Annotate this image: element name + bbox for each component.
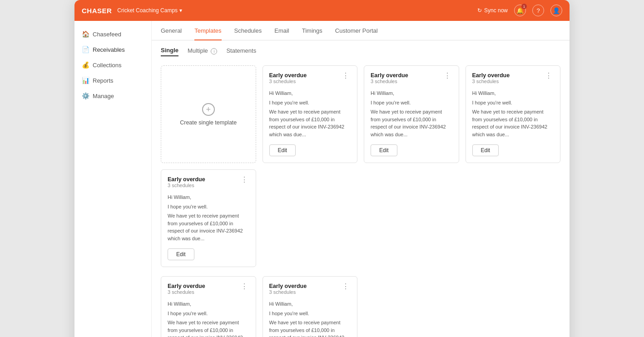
tab-navigation: General Templates Schedules Email Timing… (152, 21, 570, 40)
notifications-button[interactable]: 🔔 1 (514, 5, 526, 16)
card-subtitle-4: 3 schedules (168, 183, 205, 188)
sync-icon: ↻ (477, 7, 482, 14)
help-icon: ? (536, 7, 540, 14)
card-body-2: Hi William, I hope you're well. We have … (371, 89, 452, 140)
template-card-2: Early overdue 3 schedules ⋮ Hi William, … (364, 65, 459, 163)
sidebar-item-reports[interactable]: 📊 Reports (74, 73, 151, 88)
sub-tab-navigation: Single Multiple i Statements (152, 40, 570, 61)
help-button[interactable]: ? (532, 5, 544, 16)
card-line2-4: We have yet to receive payment from your… (168, 212, 249, 242)
sidebar-label-reports: Reports (93, 77, 114, 84)
card-subtitle-5: 3 schedules (168, 289, 205, 295)
sidebar-label-chasefeed: Chasefeed (93, 31, 121, 38)
card-menu-button-5[interactable]: ⋮ (240, 283, 249, 290)
templates-grid-row2: Early overdue 3 schedules ⋮ Hi William, … (152, 276, 570, 337)
card-line2-2: We have yet to receive payment from your… (371, 108, 452, 138)
card-line2-6: We have yet to receive payment from your… (269, 319, 351, 337)
card-subtitle-3: 3 schedules (472, 79, 510, 84)
card-body-1: Hi William, I hope you're well. We have … (269, 89, 351, 140)
card-header-4: Early overdue 3 schedules ⋮ (168, 176, 249, 192)
edit-button-3[interactable]: Edit (472, 144, 499, 156)
template-card-3: Early overdue 3 schedules ⋮ Hi William, … (466, 65, 561, 163)
card-footer-1: Edit (269, 144, 351, 156)
sidebar-label-manage: Manage (93, 93, 114, 99)
tab-general[interactable]: General (161, 21, 182, 40)
card-footer-2: Edit (371, 144, 452, 156)
card-title-6: Early overdue (269, 283, 307, 289)
templates-grid-row1: + Create single template Early overdue 3… (152, 61, 570, 276)
card-header-3: Early overdue 3 schedules ⋮ (472, 72, 554, 88)
card-line2-3: We have yet to receive payment from your… (472, 108, 554, 138)
card-menu-button-4[interactable]: ⋮ (240, 176, 249, 183)
create-template-label: Create single template (180, 119, 237, 126)
main-layout: 🏠 Chasefeed 📄 Receivables 💰 Collections … (74, 21, 570, 337)
card-line1-6: I hope you're well. (269, 310, 351, 317)
sub-tab-multiple[interactable]: Multiple i (188, 47, 217, 56)
card-greeting-1: Hi William, (269, 89, 351, 97)
notification-badge: 1 (521, 4, 527, 9)
edit-button-1[interactable]: Edit (269, 144, 296, 156)
topbar-right: ↻ Sync now 🔔 1 ? 👤 (477, 5, 562, 16)
home-icon: 🏠 (82, 30, 89, 38)
chaser-logo: CHASER (82, 7, 112, 15)
card-body-6: Hi William, I hope you're well. We have … (269, 300, 351, 337)
card-subtitle-6: 3 schedules (269, 289, 307, 295)
card-menu-button-6[interactable]: ⋮ (341, 283, 351, 290)
sidebar-item-chasefeed[interactable]: 🏠 Chasefeed (74, 26, 151, 42)
tab-timings[interactable]: Timings (302, 21, 322, 40)
topbar-left: CHASER Cricket Coaching Camps ▾ (82, 7, 182, 15)
card-body-4: Hi William, I hope you're well. We have … (168, 193, 249, 244)
template-card-1: Early overdue 3 schedules ⋮ Hi William, … (263, 65, 358, 163)
tab-schedules[interactable]: Schedules (234, 21, 262, 40)
card-menu-button-2[interactable]: ⋮ (443, 72, 452, 79)
card-title-2: Early overdue (371, 72, 408, 79)
card-menu-button-1[interactable]: ⋮ (341, 72, 351, 79)
info-icon[interactable]: i (211, 48, 217, 55)
edit-button-4[interactable]: Edit (168, 248, 194, 260)
card-line1-3: I hope you're well. (472, 99, 554, 107)
card-header-2: Early overdue 3 schedules ⋮ (371, 72, 452, 88)
sidebar-label-receivables: Receivables (93, 46, 125, 53)
template-card-6: Early overdue 3 schedules ⋮ Hi William, … (263, 276, 358, 337)
chevron-down-icon: ▾ (179, 7, 182, 14)
sub-tab-statements[interactable]: Statements (226, 47, 256, 56)
card-title-3: Early overdue (472, 72, 510, 79)
card-greeting-5: Hi William, (168, 300, 249, 308)
org-selector[interactable]: Cricket Coaching Camps ▾ (117, 7, 182, 14)
tab-email[interactable]: Email (274, 21, 289, 40)
card-title-1: Early overdue (269, 72, 307, 79)
tab-customer-portal[interactable]: Customer Portal (335, 21, 378, 40)
sidebar-item-manage[interactable]: ⚙️ Manage (74, 88, 151, 104)
tab-templates[interactable]: Templates (194, 21, 221, 40)
create-template-card[interactable]: + Create single template (161, 65, 256, 163)
card-line2-5: We have yet to receive payment from your… (168, 319, 249, 337)
card-header-5: Early overdue 3 schedules ⋮ (168, 283, 249, 298)
user-icon: 👤 (553, 7, 560, 14)
sub-tab-single[interactable]: Single (161, 47, 178, 56)
topbar: CHASER Cricket Coaching Camps ▾ ↻ Sync n… (74, 0, 570, 21)
collections-icon: 💰 (82, 61, 89, 69)
card-body-3: Hi William, I hope you're well. We have … (472, 89, 554, 140)
card-menu-button-3[interactable]: ⋮ (544, 72, 554, 79)
sidebar: 🏠 Chasefeed 📄 Receivables 💰 Collections … (74, 21, 152, 337)
card-body-5: Hi William, I hope you're well. We have … (168, 300, 249, 337)
card-line2-1: We have yet to receive payment from your… (269, 108, 351, 138)
app-window: CHASER Cricket Coaching Camps ▾ ↻ Sync n… (74, 0, 570, 337)
card-subtitle-2: 3 schedules (371, 79, 408, 84)
reports-icon: 📊 (82, 77, 89, 84)
org-name: Cricket Coaching Camps (117, 7, 178, 14)
profile-button[interactable]: 👤 (550, 5, 562, 16)
sidebar-label-collections: Collections (93, 62, 122, 69)
template-card-5: Early overdue 3 schedules ⋮ Hi William, … (161, 276, 256, 337)
card-line1-1: I hope you're well. (269, 99, 351, 107)
card-subtitle-1: 3 schedules (269, 79, 307, 84)
sidebar-item-collections[interactable]: 💰 Collections (74, 57, 151, 73)
card-title-4: Early overdue (168, 176, 205, 183)
sidebar-item-receivables[interactable]: 📄 Receivables (74, 42, 151, 57)
card-line1-4: I hope you're well. (168, 203, 249, 211)
edit-button-2[interactable]: Edit (371, 144, 397, 156)
card-footer-4: Edit (168, 248, 249, 260)
card-line1-2: I hope you're well. (371, 99, 452, 107)
sync-button[interactable]: ↻ Sync now (477, 7, 508, 14)
card-title-5: Early overdue (168, 283, 205, 289)
